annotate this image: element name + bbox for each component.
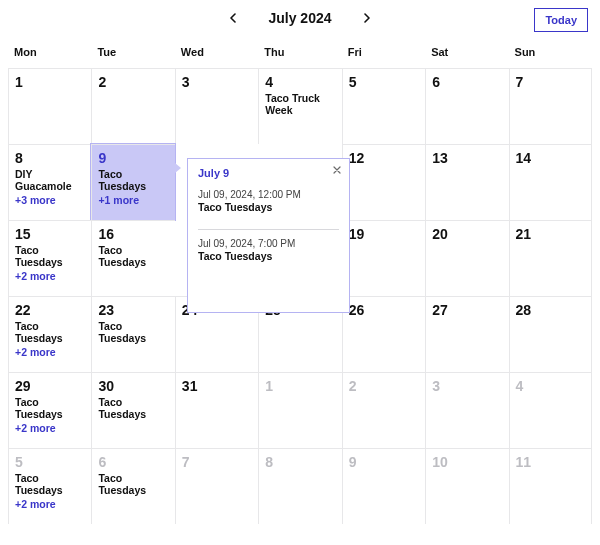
next-month-button[interactable] — [360, 11, 374, 25]
day-number: 14 — [516, 151, 585, 165]
calendar-event[interactable]: Taco Tuesdays — [15, 244, 85, 268]
day-number: 5 — [349, 75, 419, 89]
calendar-cell[interactable]: 7 — [509, 68, 592, 144]
popover-event[interactable]: Jul 09, 2024, 7:00 PMTaco Tuesdays — [198, 229, 339, 270]
calendar-event[interactable]: Taco Tuesdays — [15, 320, 85, 344]
calendar-cell[interactable]: 7 — [175, 448, 258, 524]
day-number: 3 — [182, 75, 252, 89]
day-number: 12 — [349, 151, 419, 165]
popover-event-time: Jul 09, 2024, 7:00 PM — [198, 238, 339, 249]
day-number: 9 — [98, 151, 168, 165]
calendar-cell[interactable]: 27 — [425, 296, 508, 372]
day-number: 9 — [349, 455, 419, 469]
calendar-cell[interactable]: 15Taco Tuesdays+2 more — [8, 220, 91, 296]
calendar-event[interactable]: Taco Tuesdays — [98, 168, 168, 192]
day-number: 7 — [182, 455, 252, 469]
calendar-cell[interactable]: 4 — [509, 372, 592, 448]
more-events-link[interactable]: +2 more — [15, 498, 85, 510]
popover-close-button[interactable] — [331, 164, 343, 176]
day-number: 21 — [516, 227, 585, 241]
day-number: 4 — [265, 75, 335, 89]
day-number: 4 — [516, 379, 585, 393]
more-events-link[interactable]: +3 more — [15, 194, 85, 206]
day-number: 1 — [15, 75, 85, 89]
calendar-cell[interactable]: 23Taco Tuesdays — [91, 296, 174, 372]
calendar-event[interactable]: Taco Tuesdays — [98, 320, 168, 344]
calendar-cell[interactable]: 12 — [342, 144, 425, 220]
calendar-event[interactable]: Taco Tuesdays — [15, 396, 85, 420]
day-of-week-header: Fri — [342, 40, 425, 68]
calendar-event[interactable]: Taco Truck Week — [265, 92, 335, 116]
calendar-cell[interactable]: 4Taco Truck Week — [258, 68, 341, 144]
calendar-cell[interactable]: 1 — [258, 372, 341, 448]
calendar-header: July 2024 Today — [0, 0, 600, 40]
calendar-cell[interactable]: 31 — [175, 372, 258, 448]
calendar-cell[interactable]: 6Taco Tuesdays — [91, 448, 174, 524]
more-events-link[interactable]: +2 more — [15, 422, 85, 434]
calendar-cell[interactable]: 9Taco Tuesdays+1 more — [91, 144, 174, 220]
day-number: 15 — [15, 227, 85, 241]
calendar-cell[interactable]: 28 — [509, 296, 592, 372]
day-number: 19 — [349, 227, 419, 241]
day-number: 26 — [349, 303, 419, 317]
calendar-cell[interactable]: 3 — [175, 68, 258, 144]
calendar-cell[interactable]: 21 — [509, 220, 592, 296]
day-number: 7 — [516, 75, 585, 89]
calendar-cell[interactable]: 29Taco Tuesdays+2 more — [8, 372, 91, 448]
popover-event-time: Jul 09, 2024, 12:00 PM — [198, 189, 339, 200]
calendar-event[interactable]: Taco Tuesdays — [15, 472, 85, 496]
day-of-week-row: MonTueWedThuFriSatSun — [0, 40, 600, 68]
more-events-link[interactable]: +2 more — [15, 346, 85, 358]
calendar-cell[interactable]: 22Taco Tuesdays+2 more — [8, 296, 91, 372]
day-number: 16 — [98, 227, 168, 241]
calendar-event[interactable]: Taco Tuesdays — [98, 244, 168, 268]
more-events-link[interactable]: +1 more — [98, 194, 168, 206]
day-of-week-header: Sat — [425, 40, 508, 68]
calendar-cell[interactable]: 3 — [425, 372, 508, 448]
calendar-cell[interactable]: 1 — [8, 68, 91, 144]
popover-event-name: Taco Tuesdays — [198, 250, 339, 262]
calendar-cell[interactable]: 13 — [425, 144, 508, 220]
calendar-cell[interactable]: 10 — [425, 448, 508, 524]
day-number: 13 — [432, 151, 502, 165]
day-number: 23 — [98, 303, 168, 317]
today-button[interactable]: Today — [534, 8, 588, 32]
day-number: 8 — [265, 455, 335, 469]
day-number: 31 — [182, 379, 252, 393]
calendar-cell[interactable]: 2 — [342, 372, 425, 448]
calendar-cell[interactable]: 20 — [425, 220, 508, 296]
calendar-cell[interactable]: 8 — [258, 448, 341, 524]
day-number: 2 — [349, 379, 419, 393]
prev-month-button[interactable] — [226, 11, 240, 25]
calendar-event[interactable]: Taco Tuesdays — [98, 396, 168, 420]
day-of-week-header: Sun — [509, 40, 592, 68]
day-number: 22 — [15, 303, 85, 317]
day-number: 28 — [516, 303, 585, 317]
day-number: 20 — [432, 227, 502, 241]
calendar-cell[interactable]: 16Taco Tuesdays — [91, 220, 174, 296]
day-number: 8 — [15, 151, 85, 165]
calendar-event[interactable]: Taco Tuesdays — [98, 472, 168, 496]
calendar-cell[interactable]: 5 — [342, 68, 425, 144]
calendar-cell[interactable]: 2 — [91, 68, 174, 144]
popover-title: July 9 — [198, 167, 339, 179]
calendar-cell[interactable]: 19 — [342, 220, 425, 296]
day-number: 5 — [15, 455, 85, 469]
calendar-cell[interactable]: 14 — [509, 144, 592, 220]
calendar-cell[interactable]: 26 — [342, 296, 425, 372]
calendar-cell[interactable]: 5Taco Tuesdays+2 more — [8, 448, 91, 524]
calendar-cell[interactable]: 11 — [509, 448, 592, 524]
day-number: 3 — [432, 379, 502, 393]
calendar-cell[interactable]: 30Taco Tuesdays — [91, 372, 174, 448]
popover-event[interactable]: Jul 09, 2024, 12:00 PMTaco Tuesdays — [198, 189, 339, 221]
calendar-event[interactable]: DIY Guacamole — [15, 168, 85, 192]
more-events-link[interactable]: +2 more — [15, 270, 85, 282]
calendar-cell[interactable]: 8DIY Guacamole+3 more — [8, 144, 91, 220]
day-number: 10 — [432, 455, 502, 469]
day-number: 6 — [98, 455, 168, 469]
day-of-week-header: Wed — [175, 40, 258, 68]
day-number: 27 — [432, 303, 502, 317]
calendar-cell[interactable]: 9 — [342, 448, 425, 524]
day-number: 11 — [516, 455, 585, 469]
calendar-cell[interactable]: 6 — [425, 68, 508, 144]
